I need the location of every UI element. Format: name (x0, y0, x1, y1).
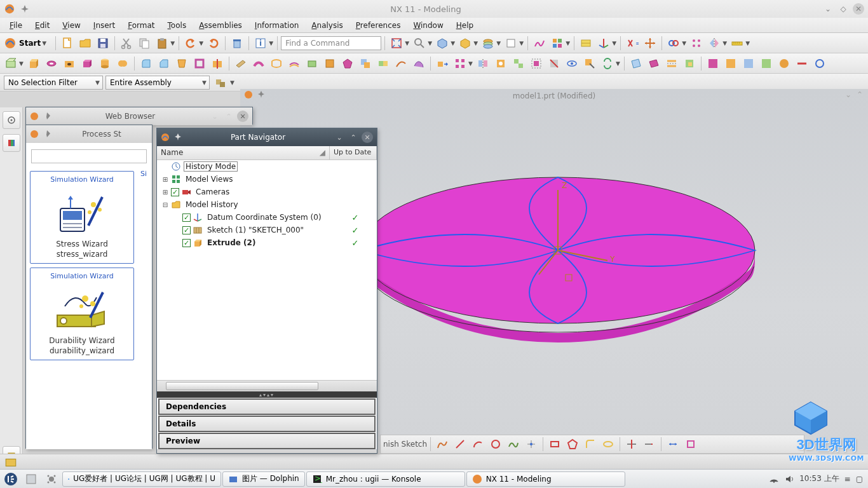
pin-icon[interactable] (173, 133, 182, 142)
law-ext-icon[interactable] (393, 55, 409, 72)
mirror-icon[interactable] (706, 35, 722, 51)
clock[interactable]: 10:53 上午 (799, 473, 839, 484)
paste-icon[interactable] (154, 35, 170, 51)
tree-item-extrude[interactable]: ✓ Extrude (2) ✓ (157, 236, 377, 249)
pin-icon[interactable] (43, 130, 51, 139)
collapse-icon[interactable]: ⌄ (209, 111, 220, 122)
minimize-button[interactable]: ⌄ (822, 3, 834, 15)
activities-icon[interactable] (42, 471, 61, 487)
offset-surface-icon[interactable] (286, 55, 302, 72)
ellipse-icon[interactable] (600, 436, 616, 452)
menu-window[interactable]: Window (407, 19, 449, 32)
sheet-icon[interactable] (628, 55, 644, 72)
shell-icon[interactable] (191, 55, 208, 72)
expand-icon[interactable]: ⌃ (223, 111, 234, 122)
close-icon[interactable]: ✕ (362, 132, 373, 143)
menu-information[interactable]: Information (249, 19, 304, 32)
line-icon[interactable] (452, 436, 468, 452)
more3-icon[interactable] (740, 55, 757, 72)
feature-tree[interactable]: History Mode ⊞ Model Views ⊞ ✓ Cameras ⊟… (157, 160, 377, 380)
column-headers[interactable]: Name◢ Up to Date (157, 146, 377, 160)
menu-icon[interactable]: ≡ (844, 475, 851, 484)
expander-icon[interactable]: ⊟ (159, 199, 171, 210)
save-icon[interactable] (95, 35, 111, 51)
more4-icon[interactable] (758, 55, 775, 72)
more6-icon[interactable] (794, 55, 810, 72)
dimension-icon[interactable] (665, 436, 681, 452)
task-browser[interactable]: UG爱好者 | UG论坛 | UG网 | UG教程 | U (62, 471, 221, 487)
more7-icon[interactable] (811, 55, 828, 72)
volume-icon[interactable] (784, 474, 794, 484)
selection-filter-combo[interactable]: No Selection Filter▼ (4, 76, 103, 90)
menu-format[interactable]: Format (122, 19, 160, 32)
extract-icon[interactable] (357, 55, 374, 72)
new-file-icon[interactable] (59, 35, 76, 51)
horizontal-scrollbar[interactable] (157, 380, 377, 391)
filter-tool-icon[interactable] (212, 74, 229, 91)
tree-item-datum-csys[interactable]: ✓ Datum Coordinate System (0) ✓ (157, 211, 377, 224)
properties-icon[interactable]: i (252, 35, 269, 51)
fillet-icon[interactable] (582, 436, 599, 452)
gfx-maximize-icon[interactable]: ⌃ (857, 90, 863, 99)
close-icon[interactable]: ✕ (237, 111, 248, 122)
tree-item-cameras[interactable]: ⊞ ✓ Cameras (157, 186, 377, 198)
instance-icon[interactable] (510, 55, 527, 72)
rectangle-icon[interactable] (546, 436, 563, 452)
dependencies-section[interactable]: Dependencies (158, 398, 376, 415)
checkbox[interactable]: ✓ (182, 239, 191, 247)
datum-plane-icon[interactable] (233, 55, 249, 72)
quick-view-icon[interactable] (549, 35, 566, 51)
sew-icon[interactable] (663, 55, 680, 72)
wave-link-icon[interactable] (665, 35, 682, 51)
sweep-icon[interactable] (250, 55, 267, 72)
resize-handle[interactable]: ▴▾▴▾ (157, 391, 377, 398)
extrude-icon[interactable] (25, 55, 42, 72)
measure-icon[interactable] (729, 35, 745, 51)
edit-feature-icon[interactable] (581, 55, 598, 72)
close-button[interactable]: ✕ (853, 3, 864, 15)
roles-icon[interactable] (3, 134, 20, 152)
point-icon[interactable] (523, 436, 539, 452)
tree-item-model-views[interactable]: ⊞ Model Views (157, 173, 377, 186)
move-object-icon[interactable] (434, 55, 451, 72)
bounded-plane-icon[interactable] (304, 55, 320, 72)
more2-icon[interactable] (722, 55, 739, 72)
scope-combo[interactable]: Entire Assembly▼ (105, 76, 210, 90)
layer-icon[interactable] (480, 35, 496, 51)
assembly-cut-icon[interactable] (492, 55, 509, 72)
profile-icon[interactable] (434, 436, 451, 452)
redo-icon[interactable] (205, 35, 222, 51)
delete-icon[interactable] (229, 35, 245, 51)
replace-icon[interactable] (599, 55, 616, 72)
n-sided-icon[interactable] (339, 55, 356, 72)
edge-blend-icon[interactable] (138, 55, 154, 72)
constraint-icon[interactable] (682, 436, 699, 452)
circle-icon[interactable] (487, 436, 504, 452)
show-hide-icon[interactable] (564, 55, 580, 72)
fit-view-icon[interactable] (388, 35, 405, 51)
finish-sketch-label[interactable]: nish Sketch (383, 440, 427, 449)
more1-icon[interactable] (705, 55, 721, 72)
extend-icon[interactable] (641, 436, 658, 452)
analysis-icon[interactable] (531, 35, 548, 51)
spline-icon[interactable] (505, 436, 522, 452)
settings-icon[interactable] (3, 111, 20, 129)
clip-icon[interactable] (503, 35, 519, 51)
menu-help[interactable]: Help (451, 19, 479, 32)
preview-section[interactable]: Preview (158, 433, 376, 449)
pin-icon[interactable] (20, 4, 29, 13)
command-search-input[interactable]: Find a Command (281, 36, 381, 50)
trim-icon[interactable] (209, 55, 226, 72)
studio-surface-icon[interactable] (410, 55, 427, 72)
show-desktop-icon[interactable] (22, 471, 41, 487)
revolve-icon[interactable] (43, 55, 60, 72)
task-konsole[interactable]: >_ Mr_zhou : ugii — Konsole (306, 471, 465, 487)
ruled-icon[interactable] (322, 55, 338, 72)
zoom-icon[interactable] (411, 35, 428, 51)
patch-icon[interactable] (681, 55, 698, 72)
address-input[interactable] (31, 149, 147, 163)
sketch-icon[interactable] (3, 55, 19, 72)
thicken-icon[interactable] (646, 55, 662, 72)
block-icon[interactable] (79, 55, 95, 72)
tree-item-model-history[interactable]: ⊟ Model History (157, 198, 377, 211)
